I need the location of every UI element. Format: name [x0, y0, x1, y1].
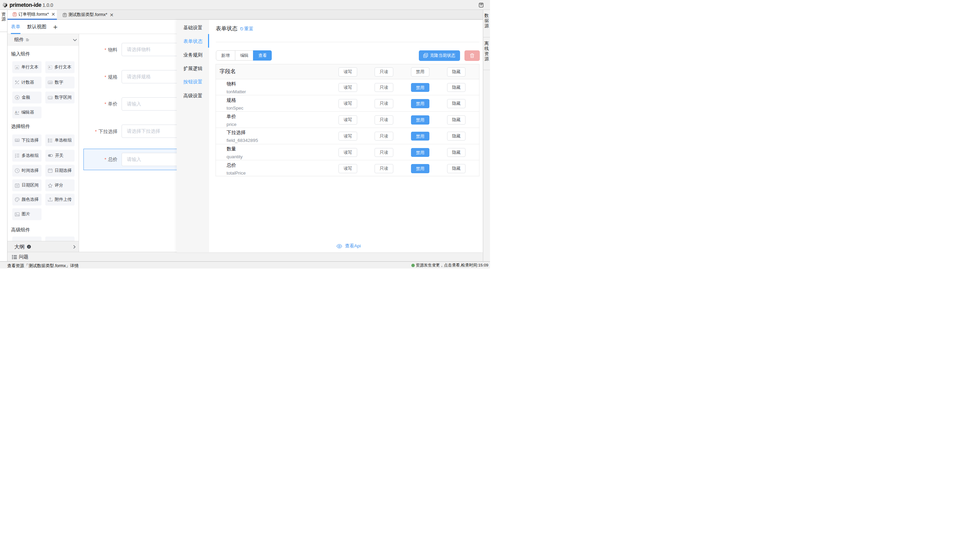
svg-text:123: 123 — [48, 82, 52, 84]
svg-text:A: A — [49, 66, 50, 68]
svg-text:A: A — [16, 65, 18, 69]
svg-text:A: A — [14, 111, 17, 114]
svg-text:1~3: 1~3 — [48, 97, 51, 99]
svg-text:¥: ¥ — [16, 96, 18, 99]
